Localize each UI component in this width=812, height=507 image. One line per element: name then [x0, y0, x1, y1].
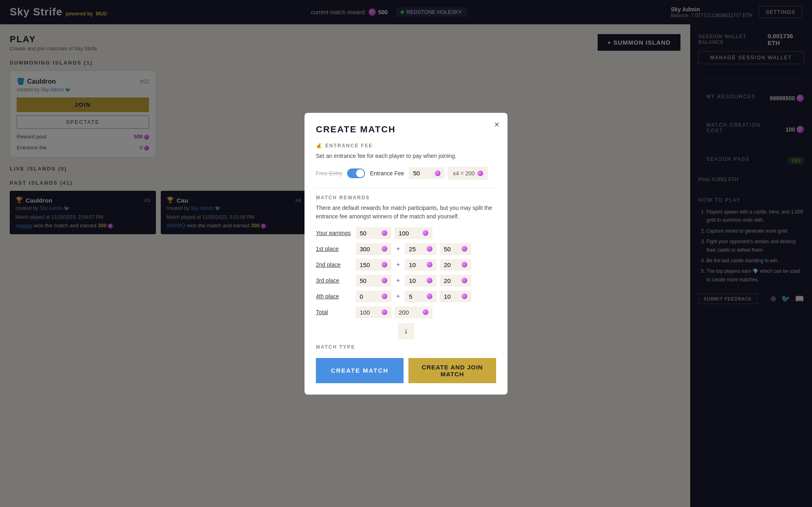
first-place-bonus2-input: [440, 243, 471, 255]
first-place-bonus1[interactable]: [409, 246, 425, 252]
fourth-place-bonus2[interactable]: [444, 293, 460, 300]
entrance-fee-inputs: x4 = 200: [409, 167, 488, 180]
match-type-section: MATCH TYPE: [316, 344, 496, 350]
entrance-gem-icon: [435, 170, 441, 176]
second-place-base-input: [356, 259, 391, 271]
total-label: Total: [316, 309, 352, 315]
modal-overlay[interactable]: CREATE MATCH × 💰 ENTRANCE FEE Set an ent…: [0, 0, 812, 507]
fourth-place-label[interactable]: 4th place: [316, 293, 352, 300]
entrance-fee-toggle-label: Entrance Fee: [370, 170, 404, 177]
x4-display: x4 = 200: [448, 167, 488, 180]
first-place-base[interactable]: [360, 246, 380, 252]
third-place-base-input: [356, 275, 391, 287]
create-and-join-button[interactable]: CREATE AND JOIN MATCH: [408, 358, 496, 383]
your-earnings-bonus[interactable]: [399, 230, 421, 237]
free-entry-label: Free Entry: [316, 170, 342, 177]
fourth-place-bonus1-input: [405, 291, 436, 302]
entrance-fee-desc: Set an entrance fee for each player to p…: [316, 152, 496, 160]
modal-close-button[interactable]: ×: [494, 119, 499, 130]
fourth-place-bonus1[interactable]: [409, 293, 425, 300]
first-place-base-input: [356, 243, 391, 255]
your-earnings-row: Your earnings: [316, 227, 496, 239]
first-place-bonus1-input: [405, 243, 436, 255]
create-match-button[interactable]: CREATE MATCH: [316, 358, 404, 383]
total-base-display: 100: [356, 306, 391, 318]
total-row: Total 100 200: [316, 306, 496, 318]
match-type-label: MATCH TYPE: [316, 344, 496, 350]
your-earnings-bonus-input: [395, 227, 432, 239]
fourth-place-bonus2-input: [440, 291, 471, 302]
modal-title: CREATE MATCH: [316, 124, 496, 135]
plus-icon-1: +: [396, 245, 400, 252]
second-place-bonus2-input: [440, 259, 471, 271]
second-place-row: 2nd place +: [316, 259, 496, 271]
second-place-label[interactable]: 2nd place: [316, 261, 352, 268]
your-earnings-base[interactable]: [360, 230, 380, 237]
third-place-bonus1-input: [405, 275, 436, 287]
first-place-bonus2[interactable]: [444, 246, 460, 252]
scroll-down-button[interactable]: ↓: [398, 323, 414, 339]
rewards-grid: Your earnings 1st place +: [316, 227, 496, 318]
match-rewards-label: MATCH REWARDS: [316, 195, 496, 201]
third-place-bonus2-input: [440, 275, 471, 287]
second-place-base[interactable]: [360, 261, 380, 268]
first-place-label[interactable]: 1st place: [316, 246, 352, 252]
third-place-row: 3rd place +: [316, 275, 496, 287]
third-place-base[interactable]: [360, 277, 380, 284]
fourth-place-base[interactable]: [360, 293, 380, 300]
scroll-down-area: ↓: [316, 323, 496, 339]
third-place-bonus2[interactable]: [444, 277, 460, 284]
third-place-label[interactable]: 3rd place: [316, 277, 352, 284]
first-place-row: 1st place +: [316, 243, 496, 255]
second-place-bonus1-input: [405, 259, 436, 271]
third-place-bonus1[interactable]: [409, 277, 425, 284]
your-earnings-label[interactable]: Your earnings: [316, 230, 352, 236]
match-rewards-desc: There are default rewards for match part…: [316, 204, 496, 221]
total-bonus-display: 200: [395, 306, 432, 318]
modal-footer: CREATE MATCH CREATE AND JOIN MATCH: [316, 358, 496, 383]
entrance-fee-row: Free Entry Entrance Fee x4 = 200: [316, 167, 496, 180]
entrance-fee-input[interactable]: [413, 170, 433, 177]
create-match-modal: CREATE MATCH × 💰 ENTRANCE FEE Set an ent…: [304, 113, 508, 395]
plus-icon-4: +: [396, 293, 400, 300]
fourth-place-row: 4th place +: [316, 291, 496, 302]
plus-icon-2: +: [396, 261, 400, 268]
entrance-fee-toggle[interactable]: [347, 168, 365, 178]
your-earnings-base-input: [356, 227, 391, 239]
entrance-fee-input-group: [409, 167, 445, 179]
x4-gem-icon: [477, 170, 483, 176]
plus-icon-3: +: [396, 277, 400, 284]
second-place-bonus2[interactable]: [444, 261, 460, 268]
entrance-fee-section-label: 💰 ENTRANCE FEE: [316, 143, 496, 149]
second-place-bonus1[interactable]: [409, 261, 425, 268]
fourth-place-base-input: [356, 291, 391, 302]
